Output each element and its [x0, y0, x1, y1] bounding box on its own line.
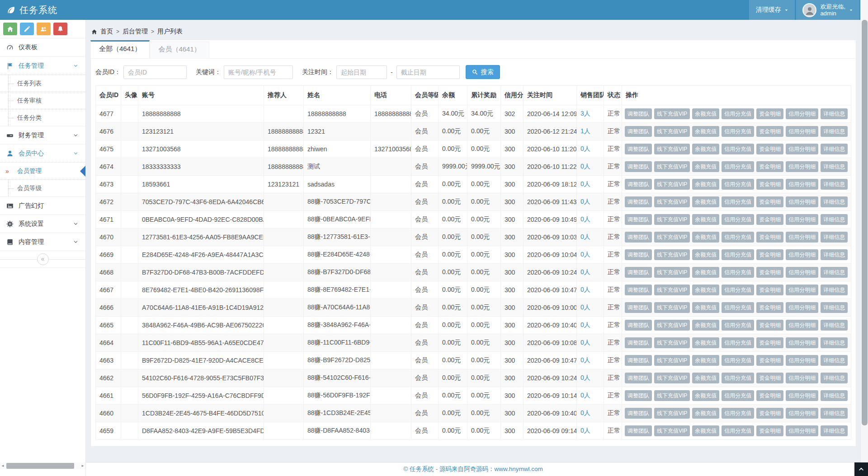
fund-details-button[interactable]: 资金明细 [756, 214, 783, 225]
balance-recharge-button[interactable]: 余额充值 [692, 285, 719, 295]
balance-recharge-button[interactable]: 余额充值 [692, 144, 719, 154]
credit-recharge-button[interactable]: 信用分充值 [722, 337, 754, 348]
horizontal-scrollbar-track[interactable] [5, 462, 80, 469]
offline-recharge-vip-button[interactable]: 线下充值VIP [654, 232, 690, 243]
sales-team-link[interactable]: 1人 [580, 127, 590, 135]
end-date-input[interactable] [396, 65, 460, 79]
balance-recharge-button[interactable]: 余额充值 [692, 373, 719, 383]
detail-info-button[interactable]: 详细信息 [821, 267, 848, 278]
credit-recharge-button[interactable]: 信用分充值 [722, 302, 754, 313]
credit-details-button[interactable]: 信用分明细 [786, 108, 818, 119]
credit-recharge-button[interactable]: 信用分充值 [722, 355, 754, 366]
horizontal-scrollbar-thumb[interactable] [6, 463, 74, 469]
offline-recharge-vip-button[interactable]: 线下充值VIP [654, 425, 690, 436]
users-button[interactable] [37, 23, 51, 35]
sidebar-item-content-management[interactable]: 内容管理 [0, 233, 85, 251]
fund-details-button[interactable]: 资金明细 [756, 285, 783, 295]
tab-all[interactable]: 全部（4641） [90, 40, 150, 58]
sales-team-link[interactable]: 0人 [580, 374, 590, 381]
offline-recharge-vip-button[interactable]: 线下充值VIP [654, 108, 690, 119]
fund-details-button[interactable]: 资金明细 [756, 161, 783, 172]
vertical-scrollbar[interactable] [860, 0, 868, 476]
detail-info-button[interactable]: 详细信息 [821, 161, 848, 172]
offline-recharge-vip-button[interactable]: 线下充值VIP [654, 285, 690, 295]
adjust-team-button[interactable]: 调整团队 [625, 196, 652, 207]
home-button[interactable] [3, 23, 17, 35]
credit-details-button[interactable]: 信用分明细 [786, 179, 818, 190]
credit-recharge-button[interactable]: 信用分充值 [722, 285, 754, 295]
fund-details-button[interactable]: 资金明细 [756, 373, 783, 383]
adjust-team-button[interactable]: 调整团队 [625, 337, 652, 348]
credit-details-button[interactable]: 信用分明细 [786, 285, 818, 295]
sales-team-link[interactable]: 0人 [580, 163, 590, 170]
adjust-team-button[interactable]: 调整团队 [625, 249, 652, 260]
detail-info-button[interactable]: 详细信息 [821, 373, 848, 383]
credit-details-button[interactable]: 信用分明细 [786, 408, 818, 419]
offline-recharge-vip-button[interactable]: 线下充值VIP [654, 126, 690, 137]
clear-cache-dropdown[interactable]: 清理缓存 [749, 0, 795, 20]
fund-details-button[interactable]: 资金明细 [756, 320, 783, 331]
sidebar-item-ad-slides[interactable]: 广告幻灯 [0, 196, 85, 215]
sidebar-item-member-management[interactable]: » 会员管理 [0, 162, 85, 179]
sidebar-collapse-button[interactable]: « [0, 251, 85, 268]
start-date-input[interactable] [336, 65, 387, 79]
detail-info-button[interactable]: 详细信息 [821, 408, 848, 419]
sales-team-link[interactable]: 0人 [580, 286, 590, 293]
adjust-team-button[interactable]: 调整团队 [625, 144, 652, 154]
fund-details-button[interactable]: 资金明细 [756, 337, 783, 348]
detail-info-button[interactable]: 详细信息 [821, 390, 848, 401]
detail-info-button[interactable]: 详细信息 [821, 179, 848, 190]
adjust-team-button[interactable]: 调整团队 [625, 214, 652, 225]
sales-team-link[interactable]: 0人 [580, 251, 590, 258]
offline-recharge-vip-button[interactable]: 线下充值VIP [654, 373, 690, 383]
fund-details-button[interactable]: 资金明细 [756, 249, 783, 260]
credit-recharge-button[interactable]: 信用分充值 [722, 408, 754, 419]
breadcrumb-home[interactable]: 首页 [100, 28, 113, 36]
detail-info-button[interactable]: 详细信息 [821, 355, 848, 366]
balance-recharge-button[interactable]: 余额充值 [692, 408, 719, 419]
balance-recharge-button[interactable]: 余额充值 [692, 232, 719, 243]
offline-recharge-vip-button[interactable]: 线下充值VIP [654, 337, 690, 348]
adjust-team-button[interactable]: 调整团队 [625, 390, 652, 401]
sidebar-item-task-review[interactable]: 任务审核 [0, 92, 85, 109]
sales-team-link[interactable]: 0人 [580, 392, 590, 399]
offline-recharge-vip-button[interactable]: 线下充值VIP [654, 161, 690, 172]
offline-recharge-vip-button[interactable]: 线下充值VIP [654, 267, 690, 278]
detail-info-button[interactable]: 详细信息 [821, 126, 848, 137]
scroll-left-icon[interactable]: ◄ [0, 464, 5, 468]
sales-team-link[interactable]: 0人 [580, 356, 590, 364]
credit-details-button[interactable]: 信用分明细 [786, 267, 818, 278]
credit-details-button[interactable]: 信用分明细 [786, 249, 818, 260]
sidebar-item-member-level[interactable]: 会员等级 [0, 179, 85, 196]
adjust-team-button[interactable]: 调整团队 [625, 232, 652, 243]
vertical-scrollbar-thumb[interactable] [862, 20, 868, 425]
credit-details-button[interactable]: 信用分明细 [786, 355, 818, 366]
sales-team-link[interactable]: 0人 [580, 145, 590, 152]
credit-details-button[interactable]: 信用分明细 [786, 373, 818, 383]
fund-details-button[interactable]: 资金明细 [756, 232, 783, 243]
credit-recharge-button[interactable]: 信用分充值 [722, 196, 754, 207]
adjust-team-button[interactable]: 调整团队 [625, 425, 652, 436]
credit-recharge-button[interactable]: 信用分充值 [722, 425, 754, 436]
detail-info-button[interactable]: 详细信息 [821, 285, 848, 295]
credit-details-button[interactable]: 信用分明细 [786, 302, 818, 313]
sidebar-item-task-management[interactable]: 任务管理 [0, 56, 85, 75]
detail-info-button[interactable]: 详细信息 [821, 144, 848, 154]
credit-recharge-button[interactable]: 信用分充值 [722, 144, 754, 154]
adjust-team-button[interactable]: 调整团队 [625, 161, 652, 172]
credit-recharge-button[interactable]: 信用分充值 [722, 390, 754, 401]
back-to-top-button[interactable] [854, 462, 868, 476]
sales-team-link[interactable]: 0人 [580, 180, 590, 187]
credit-details-button[interactable]: 信用分明细 [786, 144, 818, 154]
credit-recharge-button[interactable]: 信用分充值 [722, 179, 754, 190]
balance-recharge-button[interactable]: 余额充值 [692, 302, 719, 313]
adjust-team-button[interactable]: 调整团队 [625, 285, 652, 295]
adjust-team-button[interactable]: 调整团队 [625, 355, 652, 366]
detail-info-button[interactable]: 详细信息 [821, 302, 848, 313]
sales-team-link[interactable]: 0人 [580, 303, 590, 311]
balance-recharge-button[interactable]: 余额充值 [692, 337, 719, 348]
credit-recharge-button[interactable]: 信用分充值 [722, 161, 754, 172]
credit-recharge-button[interactable]: 信用分充值 [722, 214, 754, 225]
fund-details-button[interactable]: 资金明细 [756, 408, 783, 419]
sales-team-link[interactable]: 0人 [580, 409, 590, 416]
